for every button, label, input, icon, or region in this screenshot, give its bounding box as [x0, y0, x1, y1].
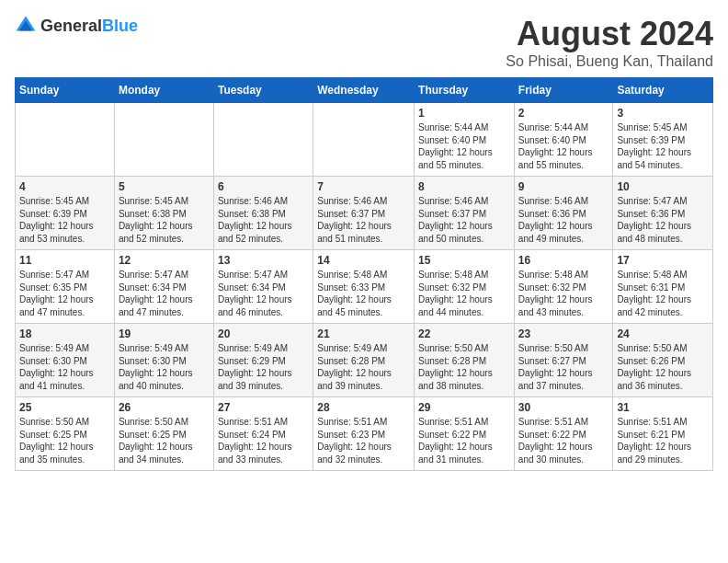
calendar-cell	[213, 103, 313, 177]
day-number: 7	[317, 180, 410, 193]
calendar-cell: 4Sunrise: 5:45 AM Sunset: 6:39 PM Daylig…	[16, 177, 115, 250]
day-info: Sunrise: 5:47 AM Sunset: 6:34 PM Dayligh…	[119, 269, 210, 318]
day-info: Sunrise: 5:49 AM Sunset: 6:29 PM Dayligh…	[218, 342, 309, 392]
calendar-cell: 21Sunrise: 5:49 AM Sunset: 6:28 PM Dayli…	[313, 324, 415, 397]
day-number: 10	[617, 180, 709, 193]
day-number: 30	[518, 401, 609, 414]
calendar-body: 1Sunrise: 5:44 AM Sunset: 6:40 PM Daylig…	[16, 103, 713, 471]
day-info: Sunrise: 5:49 AM Sunset: 6:28 PM Dayligh…	[317, 342, 410, 392]
day-number: 4	[19, 180, 110, 193]
day-info: Sunrise: 5:50 AM Sunset: 6:26 PM Dayligh…	[617, 342, 709, 392]
column-header-tuesday: Tuesday	[213, 78, 313, 103]
day-number: 9	[518, 180, 609, 193]
day-number: 17	[617, 254, 709, 267]
calendar-cell: 27Sunrise: 5:51 AM Sunset: 6:24 PM Dayli…	[213, 397, 313, 471]
calendar-cell: 31Sunrise: 5:51 AM Sunset: 6:21 PM Dayli…	[613, 397, 713, 471]
day-number: 29	[418, 401, 510, 414]
calendar-cell: 16Sunrise: 5:48 AM Sunset: 6:32 PM Dayli…	[514, 250, 613, 324]
day-number: 23	[518, 327, 609, 340]
day-number: 20	[218, 327, 309, 340]
day-number: 15	[418, 254, 510, 267]
day-number: 11	[19, 254, 110, 267]
day-info: Sunrise: 5:51 AM Sunset: 6:22 PM Dayligh…	[518, 416, 609, 465]
column-header-friday: Friday	[514, 78, 613, 103]
calendar-cell: 9Sunrise: 5:46 AM Sunset: 6:36 PM Daylig…	[514, 177, 613, 250]
day-info: Sunrise: 5:48 AM Sunset: 6:32 PM Dayligh…	[518, 269, 609, 318]
month-year-title: August 2024	[506, 15, 713, 53]
column-header-wednesday: Wednesday	[313, 78, 415, 103]
day-info: Sunrise: 5:47 AM Sunset: 6:35 PM Dayligh…	[19, 269, 110, 318]
logo-icon	[15, 15, 37, 37]
day-info: Sunrise: 5:50 AM Sunset: 6:28 PM Dayligh…	[418, 342, 510, 392]
day-number: 25	[19, 401, 110, 414]
day-info: Sunrise: 5:49 AM Sunset: 6:30 PM Dayligh…	[119, 342, 210, 392]
day-number: 19	[119, 327, 210, 340]
calendar-cell: 29Sunrise: 5:51 AM Sunset: 6:22 PM Dayli…	[415, 397, 515, 471]
calendar-cell	[114, 103, 213, 177]
day-info: Sunrise: 5:51 AM Sunset: 6:22 PM Dayligh…	[418, 416, 510, 465]
logo-text-blue: Blue	[102, 17, 138, 35]
day-info: Sunrise: 5:49 AM Sunset: 6:30 PM Dayligh…	[19, 342, 110, 392]
calendar-cell: 22Sunrise: 5:50 AM Sunset: 6:28 PM Dayli…	[415, 324, 515, 397]
day-number: 18	[19, 327, 110, 340]
day-info: Sunrise: 5:48 AM Sunset: 6:31 PM Dayligh…	[617, 269, 709, 318]
day-info: Sunrise: 5:44 AM Sunset: 6:40 PM Dayligh…	[418, 121, 510, 171]
calendar-cell: 13Sunrise: 5:47 AM Sunset: 6:34 PM Dayli…	[213, 250, 313, 324]
day-info: Sunrise: 5:48 AM Sunset: 6:32 PM Dayligh…	[418, 269, 510, 318]
day-info: Sunrise: 5:51 AM Sunset: 6:21 PM Dayligh…	[617, 416, 709, 465]
day-number: 13	[218, 254, 309, 267]
calendar-cell	[16, 103, 115, 177]
day-info: Sunrise: 5:48 AM Sunset: 6:33 PM Dayligh…	[317, 269, 410, 318]
day-info: Sunrise: 5:51 AM Sunset: 6:24 PM Dayligh…	[218, 416, 309, 465]
calendar-header-row: SundayMondayTuesdayWednesdayThursdayFrid…	[16, 78, 713, 103]
day-number: 22	[418, 327, 510, 340]
day-info: Sunrise: 5:46 AM Sunset: 6:36 PM Dayligh…	[518, 195, 609, 245]
calendar-cell: 6Sunrise: 5:46 AM Sunset: 6:38 PM Daylig…	[213, 177, 313, 250]
calendar-cell: 2Sunrise: 5:44 AM Sunset: 6:40 PM Daylig…	[514, 103, 613, 177]
calendar-cell: 10Sunrise: 5:47 AM Sunset: 6:36 PM Dayli…	[613, 177, 713, 250]
calendar-cell: 11Sunrise: 5:47 AM Sunset: 6:35 PM Dayli…	[16, 250, 115, 324]
day-info: Sunrise: 5:47 AM Sunset: 6:36 PM Dayligh…	[617, 195, 709, 245]
calendar-cell: 8Sunrise: 5:46 AM Sunset: 6:37 PM Daylig…	[415, 177, 515, 250]
day-number: 27	[218, 401, 309, 414]
day-number: 26	[119, 401, 210, 414]
day-number: 2	[518, 107, 609, 120]
day-number: 3	[617, 107, 709, 120]
logo-text-general: General	[40, 17, 102, 35]
column-header-saturday: Saturday	[613, 78, 713, 103]
day-number: 12	[119, 254, 210, 267]
title-block: August 2024 So Phisai, Bueng Kan, Thaila…	[506, 15, 713, 70]
day-info: Sunrise: 5:50 AM Sunset: 6:25 PM Dayligh…	[119, 416, 210, 465]
page-header: GeneralBlue August 2024 So Phisai, Bueng…	[15, 15, 713, 70]
calendar-week-row: 25Sunrise: 5:50 AM Sunset: 6:25 PM Dayli…	[16, 397, 713, 471]
calendar-cell: 20Sunrise: 5:49 AM Sunset: 6:29 PM Dayli…	[213, 324, 313, 397]
day-number: 14	[317, 254, 410, 267]
calendar-cell: 24Sunrise: 5:50 AM Sunset: 6:26 PM Dayli…	[613, 324, 713, 397]
day-number: 16	[518, 254, 609, 267]
logo: GeneralBlue	[15, 15, 138, 37]
calendar-week-row: 1Sunrise: 5:44 AM Sunset: 6:40 PM Daylig…	[16, 103, 713, 177]
calendar-cell: 23Sunrise: 5:50 AM Sunset: 6:27 PM Dayli…	[514, 324, 613, 397]
calendar-cell: 15Sunrise: 5:48 AM Sunset: 6:32 PM Dayli…	[415, 250, 515, 324]
calendar-cell: 25Sunrise: 5:50 AM Sunset: 6:25 PM Dayli…	[16, 397, 115, 471]
day-info: Sunrise: 5:50 AM Sunset: 6:25 PM Dayligh…	[19, 416, 110, 465]
day-number: 5	[119, 180, 210, 193]
day-info: Sunrise: 5:45 AM Sunset: 6:39 PM Dayligh…	[19, 195, 110, 245]
day-info: Sunrise: 5:46 AM Sunset: 6:37 PM Dayligh…	[317, 195, 410, 245]
calendar-cell: 5Sunrise: 5:45 AM Sunset: 6:38 PM Daylig…	[114, 177, 213, 250]
calendar-cell: 17Sunrise: 5:48 AM Sunset: 6:31 PM Dayli…	[613, 250, 713, 324]
calendar-cell: 26Sunrise: 5:50 AM Sunset: 6:25 PM Dayli…	[114, 397, 213, 471]
calendar-week-row: 18Sunrise: 5:49 AM Sunset: 6:30 PM Dayli…	[16, 324, 713, 397]
day-info: Sunrise: 5:51 AM Sunset: 6:23 PM Dayligh…	[317, 416, 410, 465]
calendar-cell: 18Sunrise: 5:49 AM Sunset: 6:30 PM Dayli…	[16, 324, 115, 397]
calendar-week-row: 4Sunrise: 5:45 AM Sunset: 6:39 PM Daylig…	[16, 177, 713, 250]
day-number: 21	[317, 327, 410, 340]
calendar-cell: 3Sunrise: 5:45 AM Sunset: 6:39 PM Daylig…	[613, 103, 713, 177]
calendar-cell: 30Sunrise: 5:51 AM Sunset: 6:22 PM Dayli…	[514, 397, 613, 471]
day-number: 8	[418, 180, 510, 193]
calendar-cell: 14Sunrise: 5:48 AM Sunset: 6:33 PM Dayli…	[313, 250, 415, 324]
calendar-cell: 19Sunrise: 5:49 AM Sunset: 6:30 PM Dayli…	[114, 324, 213, 397]
day-info: Sunrise: 5:47 AM Sunset: 6:34 PM Dayligh…	[218, 269, 309, 318]
day-number: 24	[617, 327, 709, 340]
column-header-sunday: Sunday	[16, 78, 115, 103]
